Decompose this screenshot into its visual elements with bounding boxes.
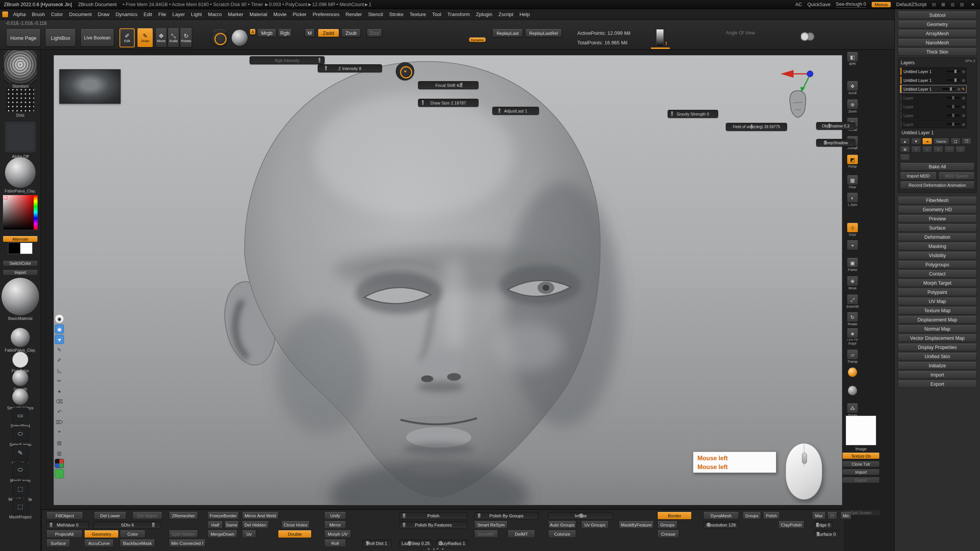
dock-button[interactable]: DelMT (508, 530, 535, 538)
stroke-preview-button[interactable] (396, 62, 414, 80)
replay-last-rel-button[interactable]: ReplayLastRel (525, 29, 562, 37)
tray-item[interactable]: SelectLasso (0, 426, 41, 447)
menu-item[interactable]: Texture (407, 10, 429, 18)
tray-thumbnail[interactable] (4, 121, 37, 153)
document-canvas[interactable]: ◉ ◉ ➤ ✎ ✐ ◺ ✏ ● ⌫ ↶ ⌦ ❝ (54, 55, 842, 505)
layer-intensity-slider[interactable] (947, 79, 960, 81)
layer-action-button[interactable]: ⌗ (944, 146, 954, 153)
dock-button[interactable]: ZRemesher (169, 512, 198, 520)
slider-handle[interactable] (421, 100, 424, 106)
right-shelf-button[interactable]: ◧ BPR (844, 52, 861, 66)
palette-section-button[interactable]: Geometry HD (898, 206, 977, 214)
dynamic-toggle[interactable]: Dynamic (469, 37, 486, 42)
palette-section-button[interactable]: Displacement Map (898, 316, 977, 324)
layer-eye-icon[interactable]: ◎ (961, 114, 966, 117)
dock-button[interactable]: Mirror And Weld (242, 512, 279, 520)
live-boolean-button[interactable]: Live Boolean (80, 29, 114, 47)
current-material-button[interactable] (231, 29, 248, 46)
tray-item[interactable]: BasicMaterial (0, 278, 41, 321)
palette-section-button[interactable]: Normal Map (898, 325, 977, 333)
eraser-icon[interactable]: ⌫ (55, 397, 64, 406)
tray-item[interactable]: FabioPaiva_Clay. (0, 157, 41, 193)
tray-thumbnail[interactable] (3, 195, 38, 230)
tray-item[interactable]: Alpha Off (0, 121, 41, 159)
rotate-mode-button[interactable]: ↻Rotate (180, 28, 192, 47)
layer-eye-icon[interactable]: ◎ (961, 78, 966, 82)
dock-button[interactable]: MaskByFeature (619, 521, 654, 529)
palette-section-button[interactable]: Unified Skin (898, 353, 977, 360)
right-shelf-icon[interactable]: ◐ (847, 193, 858, 203)
right-shelf-icon[interactable]: ↻ (847, 312, 858, 322)
image-icon[interactable]: ▤ (55, 438, 64, 447)
dock-button[interactable]: Color (120, 530, 145, 538)
color-grid-icon[interactable] (55, 459, 64, 468)
right-shelf-button[interactable]: ⁂ Xpose (844, 403, 861, 417)
layer-intensity-slider[interactable] (947, 114, 960, 116)
deep-shadow-slider[interactable]: DeepShadow (816, 139, 855, 147)
dock-button[interactable]: ClayPolish (778, 521, 804, 529)
dock-button[interactable]: AccuCurve (84, 540, 114, 547)
dock-button[interactable]: Roll (324, 540, 346, 547)
dock-icon[interactable]: ▧ (960, 2, 964, 7)
menu-item[interactable]: Stroke (386, 10, 407, 18)
palette-section-button[interactable]: Subtool (898, 11, 977, 19)
tray-item[interactable] (0, 243, 41, 255)
z-intensity-slider[interactable]: Z Intensity 8 (318, 64, 382, 72)
ac-button[interactable]: AC (795, 2, 802, 7)
tray-item[interactable]: Standard (0, 50, 41, 88)
replay-last-button[interactable]: ReplayLast (492, 29, 523, 37)
menu-item[interactable]: Help (516, 10, 533, 18)
undo-icon[interactable]: ↶ (55, 407, 64, 416)
right-shelf-button[interactable]: ⌖ (844, 240, 861, 251)
menu-item[interactable]: Layer (169, 10, 188, 18)
draw-size-slider[interactable]: Draw Size 2.18787 (418, 99, 479, 107)
palette-section-button[interactable]: Masking (898, 243, 977, 250)
tray-thumbnail[interactable] (12, 408, 28, 423)
menu-item[interactable]: Stencil (365, 10, 386, 18)
dock-button[interactable]: Polish By Groups (474, 512, 539, 520)
menu-item[interactable]: Brush (29, 10, 48, 18)
right-shelf-icon[interactable]: ▱ (847, 350, 858, 360)
move-mode-button[interactable]: ✥Move (155, 28, 167, 47)
bake-all-button[interactable]: Bake All (900, 163, 975, 171)
trash-icon[interactable]: ⌦ (55, 417, 64, 427)
texture-on-button[interactable]: Texture On (842, 453, 880, 459)
dock-button[interactable]: Crease (657, 530, 679, 538)
right-shelf-icon[interactable]: ⌖ (847, 240, 858, 250)
palette-section-button[interactable]: UV Map (898, 298, 977, 305)
dock-button[interactable]: Polish By Features (399, 521, 467, 529)
right-shelf-button[interactable]: ⊕ Zoom (844, 99, 861, 113)
menu-item[interactable]: Dynamics (113, 10, 140, 18)
dock-button[interactable]: Polish (763, 512, 780, 520)
rgb-intensity-slider[interactable]: Rgb Intensity (250, 56, 325, 64)
dock-button[interactable]: Polish (399, 512, 467, 520)
menu-item[interactable]: Color (48, 10, 66, 18)
slider-handle[interactable] (318, 57, 321, 63)
palette-section-button[interactable]: ArrayMesh (898, 30, 977, 37)
pen-icon[interactable]: ✎ (55, 345, 64, 354)
Untitled Layer 1[interactable]: Untitled Layer 1 ◎ ✎ (900, 85, 967, 93)
dock-button[interactable]: Uv Groups (581, 521, 609, 529)
dock-button[interactable]: Min Connected I (169, 540, 206, 547)
palette-section-button[interactable]: Thick Skin (898, 48, 977, 56)
right-shelf-icon[interactable]: ● (848, 367, 858, 377)
current-brush-button[interactable] (211, 29, 228, 47)
Layer[interactable]: Layer ◎ ✎ (900, 103, 967, 111)
tray-thumbnail[interactable] (12, 481, 28, 496)
texture-thumbnail[interactable] (846, 416, 876, 445)
tray-item[interactable] (0, 195, 41, 231)
field-of-view-slider[interactable]: Field of view(deg) 39.59775 (726, 123, 787, 131)
tray-thumbnail[interactable] (12, 445, 28, 460)
dock-button[interactable]: FillObject (46, 512, 83, 520)
default-zscript-button[interactable]: DefaultZScript (896, 2, 926, 7)
layer-intensity-slider[interactable] (942, 88, 955, 90)
layer-action-button[interactable]: ▼ (911, 138, 921, 145)
tray-item[interactable]: Alternate (0, 235, 41, 242)
dock-button[interactable]: Del Hidden (242, 521, 269, 529)
menu-item[interactable]: Zplugin (473, 10, 495, 18)
tray-item[interactable]: SelectRect (0, 408, 41, 428)
tray-item[interactable]: Import (0, 269, 41, 276)
palette-section-button[interactable]: Polygroups (898, 261, 977, 269)
menu-item[interactable]: Light (188, 10, 205, 18)
tray-thumbnail[interactable] (8, 243, 33, 254)
